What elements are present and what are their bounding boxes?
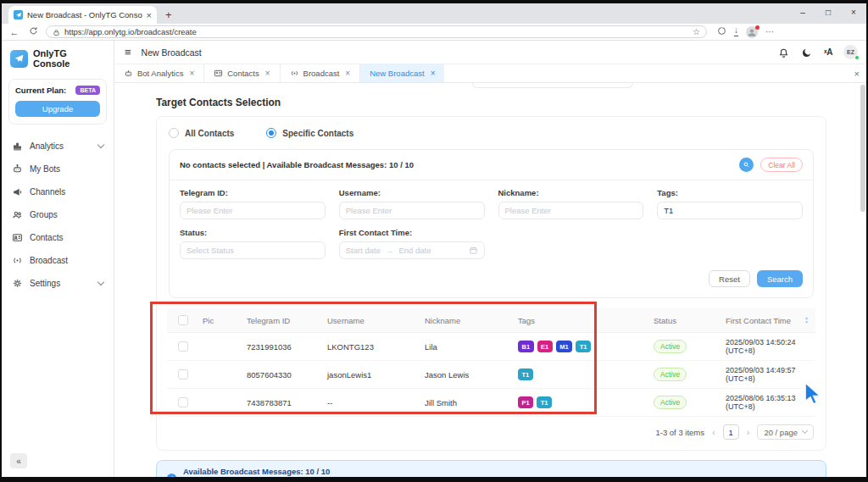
tab-bot-analytics[interactable]: Bot Analytics ×: [114, 64, 204, 82]
col-pic: Pic: [199, 316, 243, 325]
tabbar-close-icon[interactable]: ×: [848, 69, 866, 79]
username-input[interactable]: [339, 202, 485, 219]
sidebar-item-settings[interactable]: Settings: [2, 272, 114, 295]
bookmark-star-icon[interactable]: ☆: [693, 27, 700, 36]
sidebar-collapse-button[interactable]: «: [10, 453, 27, 468]
row-checkbox[interactable]: [178, 341, 188, 352]
telegram-id-label: Telegram ID:: [180, 188, 326, 197]
chevron-down-icon: [97, 279, 104, 285]
browser-tab[interactable]: New Broadcast - OnlyTG Console ×: [8, 6, 157, 24]
browser-profile-avatar[interactable]: [746, 26, 758, 38]
page-number[interactable]: 1: [723, 424, 739, 440]
reset-button[interactable]: Reset: [709, 270, 750, 287]
status-badge: Active: [654, 368, 687, 381]
workspace-tabbar: Bot Analytics × Contacts × Broadcast × N…: [114, 64, 866, 83]
status-placeholder: Select Status: [186, 246, 234, 255]
sidebar-item-analytics[interactable]: Analytics: [2, 135, 114, 158]
nickname-label: Nickname:: [498, 188, 644, 197]
calendar-icon: [469, 246, 478, 255]
address-bar[interactable]: https://app.onlytg.io/broadcast/create ☆: [46, 25, 707, 38]
prev-page-icon[interactable]: ‹: [712, 427, 715, 437]
next-page-icon[interactable]: ›: [747, 427, 750, 437]
sidebar-item-groups[interactable]: Groups: [2, 203, 114, 226]
date-range-picker[interactable]: Start date → End date: [339, 241, 485, 259]
browser-extension-icon[interactable]: [717, 26, 726, 37]
back-button[interactable]: ←: [8, 27, 20, 37]
sidebar-item-label: Channels: [30, 187, 103, 197]
sidebar-item-label: Settings: [30, 279, 92, 288]
tags-cell: T1: [515, 368, 650, 380]
tab-broadcast[interactable]: Broadcast ×: [281, 64, 361, 82]
nickname-input[interactable]: [498, 202, 644, 219]
telegram-id-input[interactable]: [180, 202, 326, 219]
sidebar-item-label: My Bots: [30, 164, 103, 174]
profile-notification-dot: [755, 25, 760, 30]
browser-toolbar: ← https://app.onlytg.io/broadcast/create…: [2, 24, 866, 41]
avatar-initials: EZ: [847, 49, 854, 55]
col-telegram-id: Telegram ID: [243, 316, 324, 325]
tab-close-icon[interactable]: ×: [431, 69, 436, 78]
dark-mode-moon-icon[interactable]: [801, 47, 813, 58]
col-nickname: Nickname: [421, 316, 515, 325]
page-size-select[interactable]: 20 / page: [757, 424, 814, 440]
sidebar-item-label: Groups: [30, 210, 103, 219]
tags-input[interactable]: [657, 202, 803, 219]
table-row[interactable]: 8057604330 jasonLewis1 Jason Lewis T1 Ac…: [167, 361, 815, 389]
language-translate-icon[interactable]: ˣA: [824, 47, 832, 57]
chevron-down-icon: [97, 141, 104, 148]
tags-cell: B1 E1 M1 T1: [515, 341, 650, 352]
sidebar-item-contacts[interactable]: Contacts: [2, 226, 114, 249]
user-avatar[interactable]: EZ: [843, 45, 858, 59]
radio-label: All Contacts: [185, 129, 234, 138]
tab-close-icon[interactable]: ×: [265, 69, 270, 78]
browser-menu-icon[interactable]: ···: [765, 27, 774, 36]
sidebar-item-label: Broadcast: [30, 256, 103, 265]
refresh-button[interactable]: [27, 26, 39, 37]
tag-chip: P1: [518, 396, 533, 408]
window-minimize-button[interactable]: –: [790, 3, 815, 20]
search-selected-button[interactable]: [739, 158, 754, 172]
brand[interactable]: OnlyTG Console: [2, 41, 114, 75]
tab-contacts[interactable]: Contacts ×: [204, 64, 280, 82]
upgrade-button[interactable]: Upgrade: [15, 101, 100, 117]
tab-label: Contacts: [227, 69, 259, 78]
bot-icon: [124, 69, 133, 78]
window-close-button[interactable]: ×: [841, 3, 866, 20]
contacts-radio-group: All Contacts Specific Contacts: [157, 128, 826, 149]
window-maximize-button[interactable]: □: [815, 3, 841, 20]
tab-new-broadcast[interactable]: New Broadcast ×: [360, 64, 444, 82]
gear-icon: [12, 278, 23, 289]
telegram-id-cell: 7231991036: [243, 342, 324, 352]
status-select[interactable]: Select Status: [180, 241, 326, 259]
site-info-lock-icon[interactable]: [53, 25, 60, 40]
table-header-row: Pic Telegram ID Username Nickname Tags S…: [167, 308, 815, 333]
first-contact-cell: 2025/09/03 14:50:24 (UTC+8): [722, 338, 815, 355]
broadcast-icon: [290, 69, 299, 78]
row-checkbox[interactable]: [178, 397, 188, 407]
row-checkbox[interactable]: [178, 369, 188, 380]
hamburger-menu-icon[interactable]: ≡: [125, 46, 131, 58]
sidebar-item-broadcast[interactable]: Broadcast: [2, 249, 114, 272]
select-all-checkbox[interactable]: [178, 315, 188, 325]
alert-title: Available Broadcast Messages: 10 / 10: [183, 467, 815, 476]
notifications-bell-icon[interactable]: [778, 47, 790, 58]
column-sorter-icon[interactable]: ▲▼: [804, 316, 809, 324]
tab-close-icon[interactable]: ×: [147, 10, 152, 20]
vertical-scrollbar[interactable]: [860, 85, 865, 212]
clear-all-button[interactable]: Clear All: [760, 158, 803, 172]
radio-specific-contacts[interactable]: Specific Contacts: [266, 128, 353, 138]
table-row[interactable]: 7438783871 -- Jill Smith P1 T1 Active 20…: [167, 389, 815, 417]
radio-all-contacts[interactable]: All Contacts: [169, 128, 234, 138]
new-tab-button[interactable]: +: [165, 8, 172, 21]
contacts-table: Pic Telegram ID Username Nickname Tags S…: [167, 308, 815, 417]
search-button[interactable]: Search: [757, 270, 803, 287]
tab-close-icon[interactable]: ×: [345, 69, 350, 78]
sidebar-item-my-bots[interactable]: My Bots: [2, 158, 114, 180]
tab-close-icon[interactable]: ×: [189, 69, 194, 78]
sidebar-item-channels[interactable]: Channels: [2, 180, 114, 203]
selection-summary: No contacts selected | Available Broadca…: [180, 160, 414, 169]
downloads-icon[interactable]: ↓: [734, 27, 738, 36]
table-row[interactable]: 7231991036 LKONTG123 Lila B1 E1 M1 T1 Ac…: [167, 333, 815, 361]
people-icon: [12, 209, 23, 220]
chevron-down-icon: [802, 428, 808, 434]
